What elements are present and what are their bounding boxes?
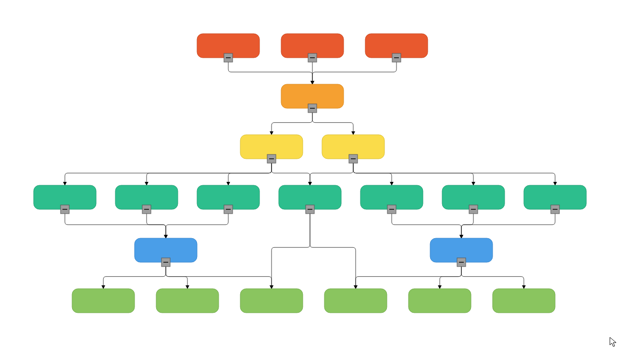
node-r5c[interactable] (240, 289, 303, 313)
svg-rect-32 (240, 289, 303, 313)
edge-r3f-r4b (461, 214, 473, 238)
edge-r1a-r2a (272, 113, 312, 135)
edge-r2b-r3e (353, 163, 392, 185)
collapse-toggle-r3e[interactable] (387, 205, 396, 214)
collapse-toggle-r3b[interactable] (142, 205, 151, 214)
node-r5f[interactable] (493, 289, 555, 313)
svg-rect-34 (409, 289, 471, 313)
edge-r4b-r5e (440, 267, 461, 289)
edge-r3a-r4a (65, 214, 166, 238)
collapse-toggle-r3d[interactable] (306, 205, 314, 214)
edge-r3b-r4a (147, 214, 166, 238)
edge-r1a-r2b (312, 113, 353, 135)
edge-r4b-r5f (461, 267, 524, 289)
edge-r3d-r5c (272, 214, 310, 289)
edge-r3g-r4b (461, 214, 555, 238)
edge-r2a-r3c (228, 163, 272, 185)
collapse-toggle-r0c[interactable] (392, 53, 401, 62)
edge-r3c-r4a (166, 214, 228, 238)
collapse-toggle-r2b[interactable] (349, 154, 358, 163)
edge-r3d-r5d (310, 214, 356, 289)
svg-rect-35 (493, 289, 555, 313)
flowchart-canvas[interactable] (0, 0, 644, 358)
edge-r4a-r5c (166, 267, 272, 289)
edge-r2a-r3d (272, 163, 310, 185)
node-r5b[interactable] (156, 289, 219, 313)
collapse-toggle-r3g[interactable] (551, 205, 559, 214)
svg-rect-31 (156, 289, 219, 313)
node-r5e[interactable] (409, 289, 471, 313)
edge-r2a-r3b (147, 163, 272, 185)
collapse-toggle-r0b[interactable] (308, 53, 317, 62)
edge-r4b-r5d (356, 267, 461, 289)
collapse-toggle-r1a[interactable] (308, 104, 317, 113)
edge-r0c-r1a (312, 62, 396, 84)
collapse-toggle-r3c[interactable] (224, 205, 233, 214)
edge-r2a-r3a (65, 163, 272, 185)
edge-r2b-r3f (353, 163, 473, 185)
collapse-toggle-r2a[interactable] (267, 154, 276, 163)
collapse-toggle-r0a[interactable] (224, 53, 233, 62)
svg-rect-33 (324, 289, 387, 313)
node-r5a[interactable] (72, 289, 135, 313)
edge-r4a-r5a (103, 267, 166, 289)
edge-r2b-r3d (310, 163, 353, 185)
edge-r0a-r1a (228, 62, 312, 84)
edge-r4a-r5b (166, 267, 187, 289)
collapse-toggle-r3f[interactable] (469, 205, 478, 214)
edge-r2b-r3g (353, 163, 555, 185)
collapse-toggle-r4b[interactable] (457, 258, 466, 267)
collapse-toggle-r4a[interactable] (161, 258, 170, 267)
mouse-cursor-icon (610, 337, 616, 346)
svg-rect-30 (72, 289, 135, 313)
collapse-toggle-r3a[interactable] (61, 205, 69, 214)
node-r5d[interactable] (324, 289, 387, 313)
edge-r3e-r4b (392, 214, 461, 238)
